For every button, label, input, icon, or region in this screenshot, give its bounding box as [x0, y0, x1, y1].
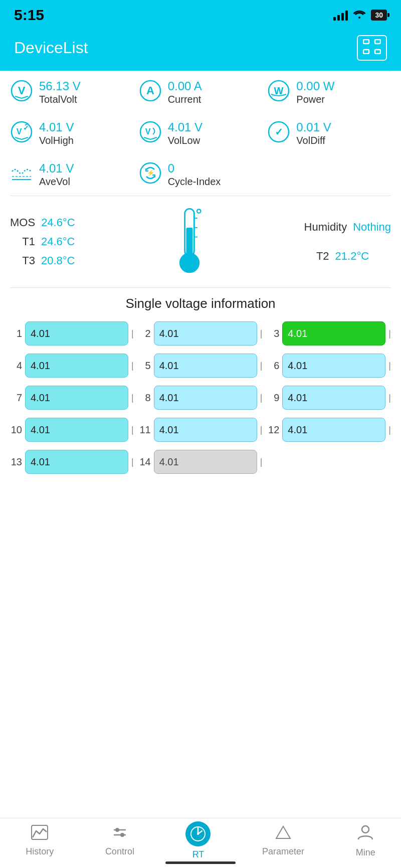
t1-label: T1: [10, 235, 35, 248]
control-label: Control: [105, 846, 134, 857]
voltage-bar: 4.01: [282, 354, 385, 378]
svg-point-34: [197, 833, 199, 835]
svg-text:V: V: [17, 127, 22, 136]
voltage-cell-num: 1: [10, 328, 22, 339]
metric-vollow: V 4.01 V VolLow: [139, 120, 263, 146]
nav-mine[interactable]: Mine: [356, 824, 375, 858]
voltage-end-mark: |: [260, 328, 263, 339]
voltage-end-mark: |: [388, 425, 391, 435]
current-value: 0.00 A: [168, 79, 202, 94]
voltage-cell-11: 114.01|: [139, 418, 263, 442]
nav-control[interactable]: Control: [105, 825, 134, 857]
voldiff-icon: ✓: [267, 120, 290, 146]
bottom-navigation: History Control RT: [0, 818, 401, 868]
voltage-cell-5: 54.01|: [139, 354, 263, 378]
voltage-cell-1: 14.01|: [10, 321, 134, 345]
cycle-icon: ⚡: [139, 161, 162, 188]
temp-left-panel: MOS 24.6°C T1 24.6°C T3 20.8°C: [10, 216, 75, 267]
humidity-row: Humidity Nothing: [304, 221, 391, 234]
parameter-icon: [275, 825, 292, 843]
voltage-bar: 4.01: [25, 450, 128, 474]
nav-rt[interactable]: RT: [185, 821, 211, 860]
t3-value: 20.8°C: [41, 254, 75, 267]
cycle-value: 0: [168, 161, 221, 176]
status-time: 5:15: [14, 7, 44, 24]
voltage-end-mark: |: [388, 361, 391, 371]
nav-history[interactable]: History: [26, 825, 54, 857]
vollow-label: VolLow: [168, 135, 203, 146]
svg-rect-0: [363, 40, 369, 44]
voldiff-value: 0.01 V: [296, 120, 331, 135]
voltage-bar: 4.01: [25, 418, 128, 442]
svg-rect-2: [363, 50, 369, 54]
t2-row: T2 21.2°C: [304, 250, 391, 263]
signal-icon: [333, 10, 348, 21]
svg-rect-28: [32, 825, 48, 839]
history-icon: [31, 825, 48, 843]
metrics-row1: V 56.13 V TotalVolt A 0.00 A Current: [0, 71, 401, 196]
temp-t1-row: T1 24.6°C: [10, 235, 75, 248]
voltage-cell-num: 11: [139, 424, 151, 436]
power-label: Power: [296, 94, 334, 105]
voltage-bar: 4.01: [154, 386, 257, 410]
voltage-cell-num: 9: [267, 392, 279, 404]
metric-totalvolt: V 56.13 V TotalVolt: [10, 79, 134, 105]
t2-label: T2: [304, 250, 329, 263]
svg-rect-22: [186, 228, 193, 256]
voldiff-label: VolDiff: [296, 135, 331, 146]
voltage-cell-num: 4: [10, 360, 22, 372]
volhigh-icon: V ✓: [10, 120, 33, 146]
voltage-cell-3: 34.01|: [267, 321, 391, 345]
voltage-section: Single voltage information 14.01|24.01|3…: [0, 288, 401, 484]
voltage-cell-4: 44.01|: [10, 354, 134, 378]
voltage-end-mark: |: [131, 457, 134, 467]
vollow-icon: V: [139, 120, 162, 146]
voltage-cell-12: 124.01|: [267, 418, 391, 442]
rt-icon: [185, 821, 211, 846]
svg-point-32: [120, 833, 124, 837]
voltage-bar: 4.01: [25, 354, 128, 378]
voltage-cell-num: 6: [267, 360, 279, 372]
temp-right-panel: Humidity Nothing T2 21.2°C: [304, 221, 391, 263]
voltage-cell-13: 134.01|: [10, 450, 134, 474]
nav-parameter[interactable]: Parameter: [262, 825, 304, 857]
voltage-cell-num: 13: [10, 456, 22, 468]
temp-t3-row: T3 20.8°C: [10, 254, 75, 267]
voltage-cell-num: 5: [139, 360, 151, 372]
power-value: 0.00 W: [296, 79, 334, 94]
battery-icon: 30: [371, 10, 387, 21]
svg-rect-3: [375, 50, 380, 54]
metric-volhigh: V ✓ 4.01 V VolHigh: [10, 120, 134, 146]
voltage-bar: 4.01: [282, 418, 385, 442]
voltage-cell-num: 14: [139, 456, 151, 468]
t2-value: 21.2°C: [335, 250, 369, 263]
voltage-end-mark: |: [260, 361, 263, 371]
voltage-cell-8: 84.01|: [139, 386, 263, 410]
svg-point-30: [115, 828, 119, 832]
vollow-value: 4.01 V: [168, 120, 203, 135]
page-title: DeviceList: [14, 39, 88, 57]
scan-icon[interactable]: [357, 35, 387, 61]
voltage-bar: 4.01: [154, 321, 257, 345]
t1-value: 24.6°C: [41, 235, 75, 248]
metric-current: A 0.00 A Current: [139, 79, 263, 105]
mine-label: Mine: [356, 847, 375, 858]
voltage-cell-num: 8: [139, 392, 151, 404]
temperature-section: MOS 24.6°C T1 24.6°C T3 20.8°C: [0, 196, 401, 287]
voltage-bar: 4.01: [154, 354, 257, 378]
metric-voldiff: ✓ 0.01 V VolDiff: [267, 120, 391, 146]
voltage-cell-num: 2: [139, 328, 151, 339]
voltage-grid: 14.01|24.01|34.01|44.01|54.01|64.01|74.0…: [10, 321, 391, 474]
metric-power: W 0.00 W Power: [267, 79, 391, 105]
svg-text:V: V: [145, 127, 150, 136]
voltage-title: Single voltage information: [10, 296, 391, 311]
voltage-end-mark: |: [131, 361, 134, 371]
history-label: History: [26, 846, 54, 857]
mos-value: 24.6°C: [41, 216, 75, 229]
mine-icon: [357, 824, 374, 844]
svg-point-24: [197, 209, 201, 213]
voltage-bar: 4.01: [154, 450, 257, 474]
temp-mos-row: MOS 24.6°C: [10, 216, 75, 229]
avevol-icon: [10, 161, 33, 188]
voltage-bar: 4.01: [25, 321, 128, 345]
